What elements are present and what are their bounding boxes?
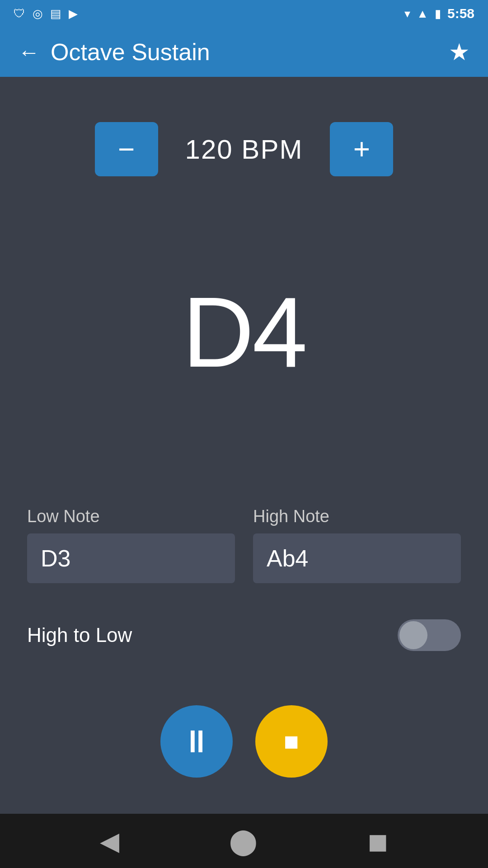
note-inputs: Low Note High Note [27, 507, 461, 583]
status-bar: 🛡 ◎ ▤ ▶ ▾ ▲ ▮ 5:58 [0, 0, 488, 27]
bpm-value: 120 BPM [185, 134, 303, 165]
shield-icon: 🛡 [14, 7, 25, 21]
pause-button[interactable]: ⏸ [160, 705, 233, 778]
high-to-low-label: High to Low [27, 624, 132, 646]
low-note-label: Low Note [27, 507, 235, 526]
high-to-low-toggle[interactable] [398, 619, 461, 651]
bpm-increment-button[interactable]: + [330, 122, 393, 176]
nav-bar: ◀ ⬤ ◼ [0, 814, 488, 868]
wifi-icon: ▾ [404, 7, 410, 21]
nav-back-button[interactable]: ◀ [100, 826, 119, 856]
high-note-input[interactable] [253, 533, 461, 583]
current-note: D4 [182, 275, 305, 390]
bpm-control: − 120 BPM + [27, 122, 461, 176]
sd-card-icon: ▤ [50, 7, 61, 21]
high-to-low-row: High to Low [27, 610, 461, 660]
main-content: − 120 BPM + D4 Low Note High Note High t… [0, 77, 488, 814]
status-icons-right: ▾ ▲ ▮ 5:58 [404, 6, 474, 21]
nav-home-button[interactable]: ⬤ [229, 826, 258, 856]
status-time: 5:58 [447, 6, 474, 21]
app-bar-left: ← Octave Sustain [18, 38, 210, 66]
bpm-decrement-button[interactable]: − [95, 122, 158, 176]
note-display: D4 [27, 176, 461, 489]
app-title: Octave Sustain [51, 38, 210, 66]
low-note-group: Low Note [27, 507, 235, 583]
favorite-button[interactable]: ★ [449, 38, 470, 66]
high-note-label: High Note [253, 507, 461, 526]
settings-section: Low Note High Note High to Low [27, 489, 461, 678]
app-bar: ← Octave Sustain ★ [0, 27, 488, 77]
low-note-input[interactable] [27, 533, 235, 583]
nav-recents-button[interactable]: ◼ [367, 826, 388, 856]
playback-controls: ⏸ ■ [27, 678, 461, 814]
status-icons-left: 🛡 ◎ ▤ ▶ [14, 7, 78, 21]
stop-icon: ■ [284, 729, 299, 754]
pause-icon: ⏸ [181, 726, 212, 757]
battery-icon: ▮ [435, 7, 441, 21]
back-button[interactable]: ← [18, 40, 40, 65]
stop-button[interactable]: ■ [255, 705, 328, 778]
signal-icon: ▲ [417, 7, 428, 21]
high-note-group: High Note [253, 507, 461, 583]
sync-icon: ◎ [33, 7, 43, 21]
play-store-icon: ▶ [69, 7, 78, 21]
toggle-knob [399, 621, 427, 649]
